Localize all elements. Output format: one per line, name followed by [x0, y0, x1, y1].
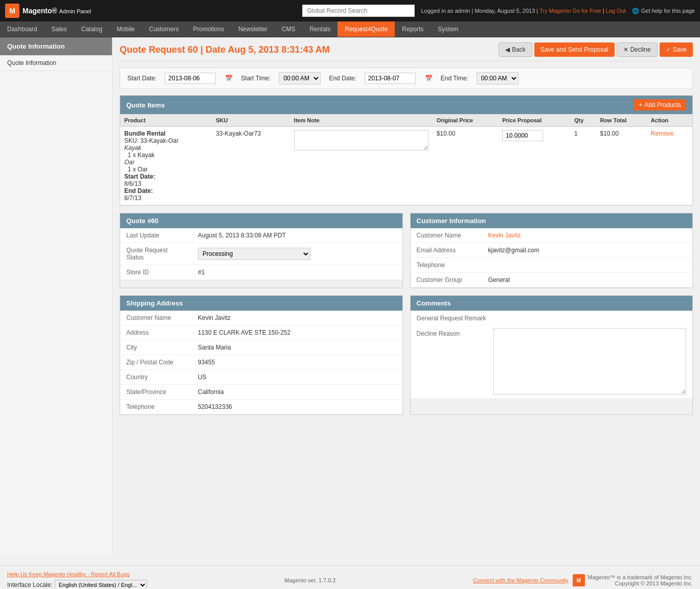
- col-action: Action: [647, 114, 692, 127]
- decline-button[interactable]: ✕ Decline: [617, 42, 658, 57]
- col-row-total: Row Total: [596, 114, 646, 127]
- brand-name: Magento® Admin Panel: [22, 7, 91, 15]
- product-end-date: 8/7/13: [124, 194, 208, 202]
- back-icon: ◀: [505, 46, 510, 53]
- sku-cell: 33-Kayak-Oar73: [212, 127, 290, 205]
- back-button[interactable]: ◀ Back: [499, 42, 532, 57]
- sidebar: Quote Information Quote Information: [0, 37, 112, 555]
- customer-telephone-label: Telephone: [411, 258, 482, 273]
- customer-email-label: Email Address: [411, 243, 482, 258]
- ship-state-value: California: [192, 385, 402, 400]
- end-date-calendar-icon[interactable]: 📅: [425, 75, 433, 82]
- ship-city-value: Santa Maria: [192, 340, 402, 355]
- magento-footer-logo-icon: M: [573, 574, 585, 586]
- globe-icon: 🌐: [632, 8, 639, 14]
- end-date-label: End Date:: [329, 75, 356, 82]
- item-note-cell: [290, 127, 433, 205]
- logout-link[interactable]: Log Out: [606, 8, 626, 14]
- comments-header: Comments: [411, 296, 693, 311]
- end-date-input[interactable]: [365, 73, 416, 84]
- customer-email-row: Email Address kjavitz@gmail.com: [411, 243, 693, 258]
- nav-customers[interactable]: Customers: [142, 21, 186, 37]
- comments-section: Comments General Request Remark Decline …: [410, 295, 693, 415]
- table-row: Bundle Rental SKU: 33-Kayak-Oar Kayak 1 …: [120, 127, 692, 205]
- decline-reason-textarea[interactable]: [493, 328, 687, 395]
- ship-telephone-row: Telephone 5204132336: [120, 400, 402, 415]
- main-layout: Quote Information Quote Information Quot…: [0, 37, 700, 555]
- product-start-date: 8/6/13: [124, 180, 208, 187]
- shipping-address-section: Shipping Address Customer Name Kevin Jav…: [120, 295, 403, 415]
- footer: Help Us Keep Magento Healthy - Report Al…: [0, 565, 700, 589]
- nav-catalog[interactable]: Catalog: [74, 21, 109, 37]
- item-note-input[interactable]: [294, 130, 428, 150]
- start-date-label: Start Date:: [127, 75, 156, 82]
- start-time-select[interactable]: 00:00 AM: [279, 72, 321, 84]
- store-id-value: #1: [192, 265, 402, 280]
- sidebar-title: Quote Information: [0, 37, 112, 55]
- customer-group-value: General: [482, 273, 693, 288]
- quote-items-body: Product SKU Item Note Original Price Pri…: [120, 114, 692, 205]
- col-product: Product: [120, 114, 212, 127]
- search-input[interactable]: [302, 5, 415, 17]
- save-button[interactable]: ✓ Save: [660, 42, 693, 57]
- customer-info-body: Customer Name Kevin Javitz Email Address…: [411, 228, 693, 288]
- nav-promotions[interactable]: Promotions: [186, 21, 232, 37]
- comments-title: Comments: [417, 299, 451, 307]
- price-proposal-input[interactable]: [502, 130, 543, 141]
- page-title: Quote Request 60 | Date Aug 5, 2013 8:31…: [120, 45, 499, 55]
- sidebar-item-quote-information[interactable]: Quote Information: [0, 55, 112, 71]
- header: M Magento® Admin Panel Logged in as admi…: [0, 0, 700, 21]
- nav-newsletter[interactable]: Newsletter: [231, 21, 275, 37]
- status-select[interactable]: Pending Processing Closed Declined: [198, 248, 310, 260]
- navbar: Dashboard Sales Catalog Mobile Customers…: [0, 21, 700, 37]
- ship-address-value: 1130 E CLARK AVE STE 150-252: [192, 325, 402, 340]
- start-date-input[interactable]: [165, 73, 216, 84]
- customer-info-table: Customer Name Kevin Javitz Email Address…: [411, 228, 693, 288]
- save-send-proposal-button[interactable]: Save and Send Proposal: [534, 42, 615, 57]
- end-time-label: End Time:: [441, 75, 468, 82]
- nav-reports[interactable]: Reports: [395, 21, 431, 37]
- footer-inner: Help Us Keep Magento Healthy - Report Al…: [7, 571, 693, 589]
- general-remark-row: General Request Remark: [411, 311, 693, 324]
- customer-telephone-value: [482, 258, 693, 273]
- locale-row: Interface Locale: English (United States…: [7, 580, 147, 589]
- end-time-select[interactable]: 00:00 AM: [477, 72, 518, 84]
- nav-rentals[interactable]: Rentals: [303, 21, 338, 37]
- locale-select[interactable]: English (United States) / Engl...: [55, 580, 147, 589]
- two-col-row-2: Shipping Address Customer Name Kevin Jav…: [120, 295, 693, 415]
- customer-telephone-row: Telephone: [411, 258, 693, 273]
- start-date-bold: Start Date:: [124, 173, 155, 180]
- nav-system[interactable]: System: [431, 21, 465, 37]
- community-link[interactable]: Connect with the Magento Community: [473, 577, 568, 583]
- col-item-note: Item Note: [290, 114, 433, 127]
- ship-name-value: Kevin Javitz: [192, 311, 402, 325]
- ship-country-value: US: [192, 370, 402, 385]
- product-kayak-label: Kayak: [124, 144, 208, 151]
- nav-cms[interactable]: CMS: [275, 21, 303, 37]
- start-date-calendar-icon[interactable]: 📅: [225, 75, 233, 82]
- nav-sales[interactable]: Sales: [44, 21, 74, 37]
- shipping-address-table: Customer Name Kevin Javitz Address 1130 …: [120, 311, 402, 415]
- col-qty: Qty: [570, 114, 596, 127]
- ship-city-label: City: [120, 340, 192, 355]
- nav-mobile[interactable]: Mobile: [109, 21, 142, 37]
- shipping-address-body: Customer Name Kevin Javitz Address 1130 …: [120, 311, 402, 415]
- ship-telephone-label: Telephone: [120, 400, 192, 415]
- customer-email-value: kjavitz@gmail.com: [482, 243, 693, 258]
- help-link[interactable]: Get help for this page: [641, 8, 695, 14]
- try-magento-link[interactable]: Try Magento Go for Free: [539, 8, 601, 14]
- footer-logo: M Magento™ is a trademark of Magento Inc…: [573, 574, 693, 586]
- ship-name-label: Customer Name: [120, 311, 192, 325]
- ship-zip-value: 93455: [192, 355, 402, 370]
- original-price-cell: $10.00: [433, 127, 498, 205]
- ship-address-row: Address 1130 E CLARK AVE STE 150-252: [120, 325, 402, 340]
- report-bugs-link[interactable]: Help Us Keep Magento Healthy - Report Al…: [7, 571, 130, 577]
- product-name: Bundle Rental: [124, 130, 208, 137]
- footer-trademark-block: Magento™ is a trademark of Magento Inc. …: [588, 574, 693, 586]
- magento-logo-icon: M: [5, 4, 19, 18]
- nav-dashboard[interactable]: Dashboard: [0, 21, 44, 37]
- add-products-button[interactable]: + Add Products: [634, 99, 686, 111]
- remove-link[interactable]: Remove: [651, 130, 674, 137]
- nav-request4quote[interactable]: Request4Quote: [337, 21, 395, 37]
- customer-name-link[interactable]: Kevin Javitz: [488, 232, 521, 239]
